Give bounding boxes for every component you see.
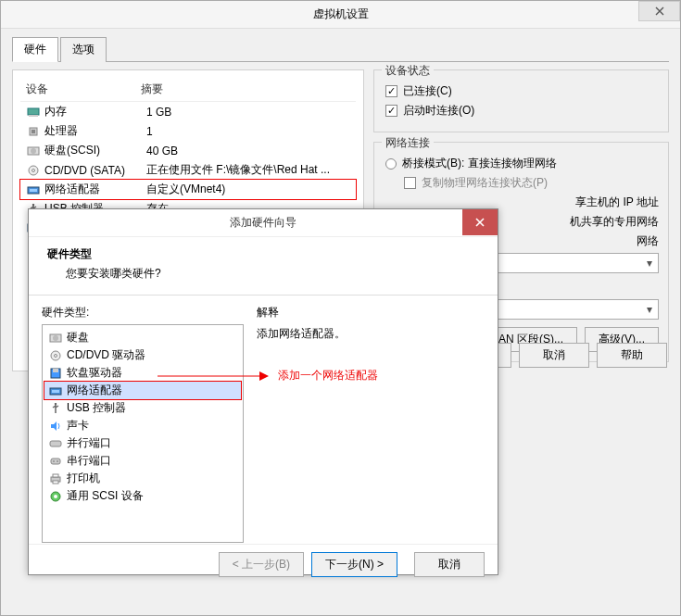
connected-checkbox[interactable] [385, 85, 397, 97]
hardware-type-item[interactable]: 硬盘 [44, 329, 241, 346]
group-title: 设备状态 [382, 63, 434, 79]
cpu-icon [26, 125, 41, 138]
svg-rect-20 [52, 390, 59, 393]
wizard-desc-text: 添加网络适配器。 [257, 326, 485, 342]
disk-icon [26, 145, 41, 157]
hardware-type-item[interactable]: 网络适配器 [44, 382, 241, 399]
hardware-type-label: 网络适配器 [67, 383, 122, 398]
main-title: 虚拟机设置 [313, 6, 369, 22]
hardware-type-label: USB 控制器 [67, 400, 126, 416]
hardware-type-label: 并行端口 [67, 435, 111, 451]
svg-point-21 [55, 403, 57, 405]
hardware-type-label: 软盘驱动器 [67, 365, 122, 381]
hardware-type-label: 通用 SCSI 设备 [67, 488, 144, 504]
connect-poweron-checkbox[interactable] [385, 105, 397, 117]
hardware-row[interactable]: 硬盘(SCSI)40 GB [20, 141, 356, 160]
hardware-type-label: CD/DVD 驱动器 [67, 347, 145, 363]
svg-rect-1 [29, 115, 38, 117]
close-button[interactable] [638, 1, 680, 21]
hardware-row[interactable]: 内存1 GB [20, 102, 356, 121]
svg-point-5 [31, 148, 36, 154]
wizard-close-button[interactable] [462, 209, 498, 235]
device-summary: 1 GB [146, 106, 356, 119]
tab-hardware[interactable]: 硬件 [12, 37, 58, 62]
wizard-cancel-button[interactable]: 取消 [414, 552, 485, 577]
usb-icon [48, 402, 63, 415]
close-icon [475, 218, 485, 227]
wizard-desc-label: 解释 [257, 305, 485, 321]
hardware-type-item[interactable]: 串行端口 [44, 452, 241, 470]
device-summary: 1 [146, 125, 356, 138]
hardware-type-label: 串行端口 [67, 453, 111, 469]
wizard-footer: < 上一步(B) 下一步(N) > 取消 [29, 544, 498, 585]
main-titlebar: 虚拟机设置 [1, 1, 680, 29]
col-summary: 摘要 [141, 82, 356, 97]
add-hardware-wizard: 添加硬件向导 硬件类型 您要安装哪类硬件? 硬件类型: 硬盘CD/DVD 驱动器… [28, 208, 498, 575]
hardware-row[interactable]: 网络适配器自定义(VMnet4) [20, 180, 356, 199]
replicate-checkbox[interactable] [404, 177, 416, 189]
group-title: 网络连接 [382, 135, 434, 151]
hardware-type-label: 声卡 [67, 418, 89, 434]
chevron-down-icon: ▾ [647, 303, 652, 316]
hardware-row[interactable]: CD/DVD (SATA)正在使用文件 F:\镜像文件\Red Hat ... [20, 160, 356, 180]
svg-point-10 [32, 204, 34, 206]
device-name: CD/DVD (SATA) [44, 164, 146, 177]
svg-point-24 [53, 460, 55, 462]
hardware-table-header: 设备 摘要 [20, 78, 356, 102]
svg-rect-3 [32, 130, 35, 133]
hardware-type-item[interactable]: USB 控制器 [44, 399, 241, 417]
svg-point-7 [32, 169, 35, 171]
bridge-label: 桥接模式(B): 直接连接物理网络 [402, 156, 557, 171]
hardware-row[interactable]: 处理器1 [20, 121, 356, 141]
wizard-header: 硬件类型 您要安装哪类硬件? [29, 237, 498, 295]
network-icon [26, 183, 41, 196]
floppy-icon [48, 367, 63, 380]
svg-point-14 [53, 335, 58, 341]
hardware-type-item[interactable]: 声卡 [44, 417, 241, 434]
hardware-type-item[interactable]: 打印机 [44, 470, 241, 487]
hardware-type-label: 硬盘 [67, 330, 89, 346]
close-icon [655, 6, 664, 16]
svg-rect-27 [53, 474, 58, 477]
hardware-type-item[interactable]: CD/DVD 驱动器 [44, 346, 241, 364]
scsi-icon [48, 490, 63, 503]
svg-rect-9 [30, 189, 37, 192]
disk-icon [48, 332, 63, 345]
parallel-icon [48, 437, 63, 450]
help-button[interactable]: 帮助 [597, 343, 667, 368]
device-status-group: 设备状态 已连接(C) 启动时连接(O) [373, 69, 669, 132]
tab-options[interactable]: 选项 [60, 37, 107, 62]
hardware-type-list[interactable]: 硬盘CD/DVD 驱动器软盘驱动器网络适配器USB 控制器声卡并行端口串行端口打… [42, 324, 244, 543]
cd-icon [26, 164, 41, 177]
printer-icon [48, 472, 63, 485]
wizard-list-label: 硬件类型: [42, 305, 244, 321]
svg-point-25 [57, 460, 58, 462]
back-button[interactable]: < 上一步(B) [219, 552, 304, 577]
serial-icon [48, 455, 63, 468]
svg-rect-22 [50, 441, 61, 446]
hardware-type-label: 打印机 [67, 471, 100, 486]
svg-point-30 [54, 495, 57, 498]
device-name: 内存 [44, 104, 146, 119]
col-device: 设备 [20, 82, 141, 97]
device-name: 处理器 [44, 123, 146, 139]
network-icon [48, 384, 63, 397]
tabs: 硬件 选项 [12, 36, 669, 62]
device-name: 硬盘(SCSI) [44, 143, 146, 158]
hardware-type-item[interactable]: 通用 SCSI 设备 [44, 487, 241, 505]
svg-rect-0 [28, 108, 39, 115]
sound-icon [48, 420, 63, 433]
hardware-type-item[interactable]: 并行端口 [44, 434, 241, 452]
device-summary: 自定义(VMnet4) [146, 182, 356, 197]
device-summary: 正在使用文件 F:\镜像文件\Red Hat ... [146, 162, 356, 178]
svg-point-16 [55, 354, 57, 357]
hardware-type-item[interactable]: 软盘驱动器 [44, 364, 241, 382]
wizard-header-title: 硬件类型 [47, 246, 479, 262]
cancel-button[interactable]: 取消 [519, 343, 589, 368]
wizard-titlebar: 添加硬件向导 [29, 209, 498, 237]
next-button[interactable]: 下一步(N) > [311, 552, 397, 577]
svg-rect-28 [53, 481, 58, 484]
svg-rect-23 [51, 459, 60, 464]
bridge-radio[interactable] [385, 158, 397, 170]
chevron-down-icon: ▾ [647, 257, 652, 270]
